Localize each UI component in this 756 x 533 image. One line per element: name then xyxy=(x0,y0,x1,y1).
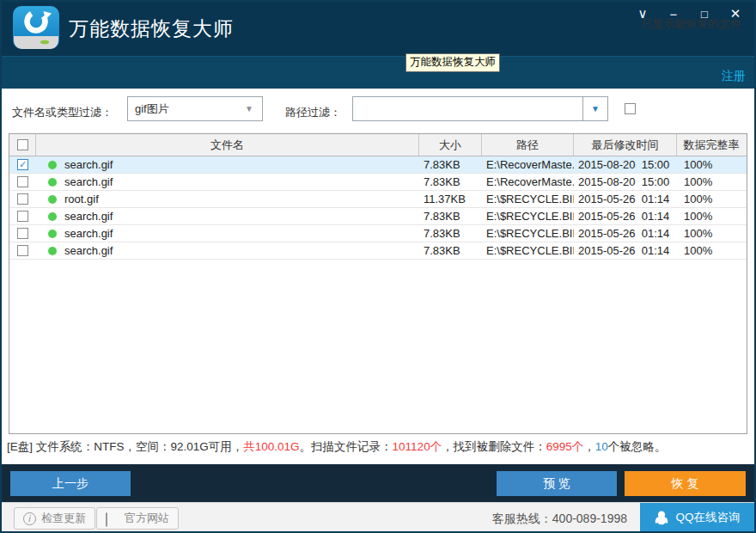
status-text: [E盘] 文件系统：NTFS，空间：92.01G可用，共100.01G。扫描文件… xyxy=(7,439,749,455)
row-checkbox[interactable] xyxy=(17,228,28,239)
file-path: E:\$RECYCLE.BIN.. xyxy=(482,227,574,240)
footer-bar: i 检查更新 官方网站 客服热线：400-089-1998 QQ在线咨询 xyxy=(0,502,756,533)
file-integrity: 100% xyxy=(677,244,746,257)
file-name: search.gif xyxy=(64,158,113,171)
row-checkbox[interactable] xyxy=(17,245,28,256)
table-header: 文件名 大小 路径 最后修改时间 数据完整率 xyxy=(9,134,747,156)
file-integrity: 100% xyxy=(677,193,746,205)
status-segment: 共100.01G xyxy=(243,440,299,453)
action-band: 上一步 预 览 恢 复 xyxy=(0,464,756,502)
table-row[interactable]: search.gif 7.83KB E:\$RECYCLE.BIN.. 2015… xyxy=(9,208,747,225)
status-segment: 。扫描文件记录： xyxy=(300,440,393,453)
path-filter-label: 路径过滤： xyxy=(285,105,341,120)
path-filter-combo: ▼ xyxy=(352,96,608,121)
file-modified: 2015-05-26 01:14 xyxy=(574,244,677,257)
app-logo-icon xyxy=(12,5,60,50)
app-title-tooltip: 万能数据恢复大师 xyxy=(405,53,500,72)
file-size: 11.37KB xyxy=(419,193,482,205)
status-segment: 101120个 xyxy=(393,440,442,453)
file-name: search.gif xyxy=(64,210,113,223)
register-link[interactable]: 注册 xyxy=(722,69,746,84)
only-recoverable-checkbox[interactable] xyxy=(625,103,636,114)
dropdown-arrow-icon: ▼ xyxy=(591,104,600,113)
row-checkbox[interactable] xyxy=(17,176,28,187)
file-integrity: 100% xyxy=(677,227,746,240)
row-checkbox[interactable] xyxy=(17,211,28,222)
preview-button[interactable]: 预 览 xyxy=(497,471,617,496)
type-filter-select[interactable]: gif图片 ▼ xyxy=(127,96,263,121)
file-path: E:\$RECYCLE.BIN.. xyxy=(482,244,574,257)
file-status-dot xyxy=(48,161,57,169)
official-site-label: 官方网站 xyxy=(125,511,169,526)
table-row[interactable]: ✓ search.gif 7.83KB E:\RecoverMaste.. 20… xyxy=(9,156,747,174)
qq-penguin-icon xyxy=(654,510,669,525)
column-header-modified[interactable]: 最后修改时间 xyxy=(574,134,677,156)
status-segment: [E盘] 文件系统：NTFS，空间：92.01G可用， xyxy=(7,440,243,453)
file-status-dot xyxy=(48,178,57,187)
official-site-button[interactable]: 官方网站 xyxy=(96,507,179,530)
check-update-button[interactable]: i 检查更新 xyxy=(14,507,95,530)
file-name: search.gif xyxy=(64,244,113,257)
file-size: 7.83KB xyxy=(419,175,482,188)
qq-support-label: QQ在线咨询 xyxy=(675,510,740,525)
check-update-label: 检查更新 xyxy=(41,511,86,526)
select-all-checkbox[interactable] xyxy=(17,139,28,150)
file-status-dot xyxy=(48,247,57,255)
status-segment: 个被忽略。 xyxy=(608,440,667,453)
table-body: ✓ search.gif 7.83KB E:\RecoverMaste.. 20… xyxy=(9,156,747,260)
file-modified: 2015-05-26 01:14 xyxy=(574,210,677,223)
table-row[interactable]: search.gif 7.83KB E:\$RECYCLE.BIN.. 2015… xyxy=(9,242,747,260)
file-integrity: 100% xyxy=(677,210,746,223)
status-segment: ， xyxy=(583,440,595,453)
file-modified: 2015-05-26 01:14 xyxy=(574,227,677,240)
dropdown-arrow-icon: ▼ xyxy=(245,104,262,113)
file-name: root.gif xyxy=(64,193,99,205)
status-segment: ，找到被删除文件： xyxy=(442,440,546,453)
file-integrity: 100% xyxy=(677,158,746,171)
file-name: search.gif xyxy=(64,175,113,188)
file-name: search.gif xyxy=(64,227,113,240)
file-status-dot xyxy=(48,212,57,221)
info-icon: i xyxy=(23,512,36,525)
column-header-name[interactable]: 文件名 xyxy=(36,134,419,156)
column-header-path[interactable]: 路径 xyxy=(482,134,574,156)
back-button[interactable]: 上一步 xyxy=(10,471,131,496)
sub-header-bar: 注册 xyxy=(0,56,756,89)
file-path: E:\RecoverMaste.. xyxy=(482,175,574,188)
file-size: 7.83KB xyxy=(419,210,482,223)
file-size: 7.83KB xyxy=(419,244,482,257)
type-filter-label: 文件名或类型过滤： xyxy=(12,105,113,120)
status-segment: 10 xyxy=(595,440,608,453)
hotline-text: 客服热线：400-089-1998 xyxy=(492,512,627,527)
app-title: 万能数据恢复大师 xyxy=(69,15,234,42)
file-status-dot xyxy=(48,195,57,204)
file-path: E:\$RECYCLE.BIN.. xyxy=(482,193,574,205)
file-modified: 2015-05-26 01:14 xyxy=(574,193,677,205)
path-filter-input[interactable] xyxy=(353,97,582,120)
table-row[interactable]: search.gif 7.83KB E:\$RECYCLE.BIN.. 2015… xyxy=(9,225,747,242)
status-segment: 6995个 xyxy=(546,440,584,453)
file-path: E:\$RECYCLE.BIN.. xyxy=(482,210,574,223)
type-filter-value: gif图片 xyxy=(128,101,245,117)
file-modified: 2015-08-20 15:00 xyxy=(574,158,677,171)
qq-support-button[interactable]: QQ在线咨询 xyxy=(640,503,754,532)
file-integrity: 100% xyxy=(677,175,746,188)
file-modified: 2015-08-20 15:00 xyxy=(574,175,677,188)
only-recoverable-label[interactable]: 只显示能恢复的文件 xyxy=(641,16,741,32)
recover-button[interactable]: 恢 复 xyxy=(625,471,746,496)
file-status-dot xyxy=(48,230,57,238)
file-path: E:\RecoverMaste.. xyxy=(482,158,574,171)
file-size: 7.83KB xyxy=(419,158,482,171)
path-dropdown-button[interactable]: ▼ xyxy=(582,97,607,120)
monitor-icon xyxy=(106,513,119,524)
table-row[interactable]: root.gif 11.37KB E:\$RECYCLE.BIN.. 2015-… xyxy=(9,191,747,208)
file-size: 7.83KB xyxy=(419,227,482,240)
column-header-size[interactable]: 大小 xyxy=(419,134,482,156)
column-header-integrity[interactable]: 数据完整率 xyxy=(677,134,746,156)
row-checkbox[interactable]: ✓ xyxy=(17,159,28,170)
table-row[interactable]: search.gif 7.83KB E:\RecoverMaste.. 2015… xyxy=(9,174,747,191)
row-checkbox[interactable] xyxy=(17,193,28,205)
results-table: 文件名 大小 路径 最后修改时间 数据完整率 ✓ search.gif 7.83… xyxy=(9,133,747,434)
